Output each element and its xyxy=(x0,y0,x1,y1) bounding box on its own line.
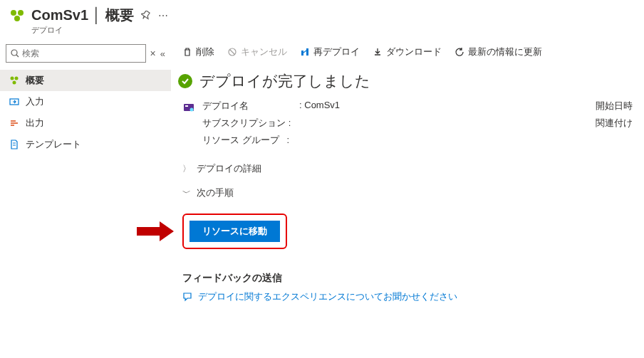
details-section: デプロイ名 : ComSv1 サブスクリプション : リソース グループ : 開… xyxy=(171,100,644,155)
feedback-title: フィードバックの送信 xyxy=(171,259,644,290)
page-header: ComSv1 │ 概要 ⋯ デプロイ xyxy=(0,0,644,38)
pin-icon[interactable] xyxy=(141,11,151,21)
toolbar-label: 削除 xyxy=(196,46,214,58)
sidebar-item-label: テンプレート xyxy=(26,138,81,151)
action-row: リソースに移動 xyxy=(135,204,644,259)
download-icon xyxy=(373,47,383,57)
svg-rect-19 xyxy=(185,105,188,107)
details-right: 開始日時 関連付け xyxy=(596,100,633,147)
status-message: デプロイが完了しました xyxy=(199,71,370,91)
delete-icon xyxy=(182,47,192,57)
sidebar-item-label: 概要 xyxy=(26,74,44,87)
page-title: ComSv1 │ 概要 xyxy=(31,6,134,25)
deploy-name-label: デプロイ名 xyxy=(202,100,295,112)
section-label: 次の手順 xyxy=(197,186,234,199)
sidebar-item-outputs[interactable]: 出力 xyxy=(0,112,171,134)
collapse-sidebar-icon[interactable]: « xyxy=(160,48,165,59)
deployment-icon xyxy=(182,101,195,114)
search-icon xyxy=(11,49,19,58)
overview-icon xyxy=(9,75,20,86)
sidebar-item-overview[interactable]: 概要 xyxy=(0,70,171,91)
svg-point-2 xyxy=(14,16,20,21)
toolbar-label: ダウンロード xyxy=(386,46,442,58)
start-time-label: 開始日時 xyxy=(596,100,633,112)
more-icon[interactable]: ⋯ xyxy=(158,10,168,21)
svg-point-7 xyxy=(13,81,16,85)
svg-point-6 xyxy=(15,77,19,80)
section-label: デプロイの詳細 xyxy=(197,162,261,175)
sidebar-item-inputs[interactable]: 入力 xyxy=(0,91,171,112)
deploy-name-value: : ComSv1 xyxy=(299,100,340,112)
feedback-icon xyxy=(182,292,192,302)
success-check-icon xyxy=(178,74,192,88)
svg-line-4 xyxy=(16,55,19,57)
search-input[interactable] xyxy=(22,48,141,58)
svg-point-3 xyxy=(11,50,17,56)
refresh-button[interactable]: 最新の情報に更新 xyxy=(455,46,542,58)
subscription-value xyxy=(299,117,340,130)
next-steps-section[interactable]: ﹀ 次の手順 xyxy=(171,179,644,204)
page-subtitle: デプロイ xyxy=(31,25,168,36)
deploy-details-section[interactable]: 〉 デプロイの詳細 xyxy=(171,155,644,179)
inputs-icon xyxy=(9,96,20,107)
download-button[interactable]: ダウンロード xyxy=(373,46,442,58)
action-highlight-box: リソースに移動 xyxy=(182,214,287,249)
redeploy-button[interactable]: 再デプロイ xyxy=(300,46,360,58)
correlation-label: 関連付け xyxy=(596,117,633,130)
go-to-resource-button[interactable]: リソースに移動 xyxy=(189,221,280,242)
search-box[interactable] xyxy=(6,44,146,63)
toolbar-label: キャンセル xyxy=(241,46,287,58)
sidebar: × « 概要 入力 出力 テンプレート xyxy=(0,38,171,303)
redeploy-icon xyxy=(300,47,310,57)
refresh-icon xyxy=(455,47,464,57)
toolbar: 削除 キャンセル 再デプロイ ダウンロード 最新の情報に更新 xyxy=(171,38,644,68)
svg-point-1 xyxy=(18,10,24,16)
main-content: 削除 キャンセル 再デプロイ ダウンロード 最新の情報に更新 xyxy=(171,38,644,303)
clear-search-icon[interactable]: × xyxy=(150,48,156,59)
resource-group-value xyxy=(299,134,340,147)
subscription-label: サブスクリプション : xyxy=(202,117,295,130)
svg-rect-16 xyxy=(301,51,303,56)
status-row: デプロイが完了しました xyxy=(171,68,644,100)
sidebar-item-label: 出力 xyxy=(26,117,44,130)
svg-point-0 xyxy=(11,10,16,16)
resource-icon xyxy=(9,7,26,24)
toolbar-label: 再デプロイ xyxy=(313,46,360,58)
sidebar-item-label: 入力 xyxy=(26,95,44,108)
arrow-callout-icon xyxy=(135,220,175,243)
resource-group-label: リソース グループ : xyxy=(202,134,295,147)
svg-rect-17 xyxy=(306,48,308,56)
delete-button[interactable]: 削除 xyxy=(182,46,214,58)
svg-line-15 xyxy=(230,50,235,55)
sidebar-item-template[interactable]: テンプレート xyxy=(0,134,171,155)
cancel-icon xyxy=(227,47,237,57)
cancel-button: キャンセル xyxy=(227,46,287,58)
feedback-link[interactable]: デプロイに関するエクスペリエンスについてお聞かせください xyxy=(198,290,457,303)
toolbar-label: 最新の情報に更新 xyxy=(468,46,542,58)
svg-point-20 xyxy=(190,108,194,112)
svg-point-5 xyxy=(11,77,14,80)
chevron-right-icon: 〉 xyxy=(182,163,191,175)
outputs-icon xyxy=(9,117,20,129)
template-icon xyxy=(9,139,20,150)
chevron-down-icon: ﹀ xyxy=(182,187,191,199)
